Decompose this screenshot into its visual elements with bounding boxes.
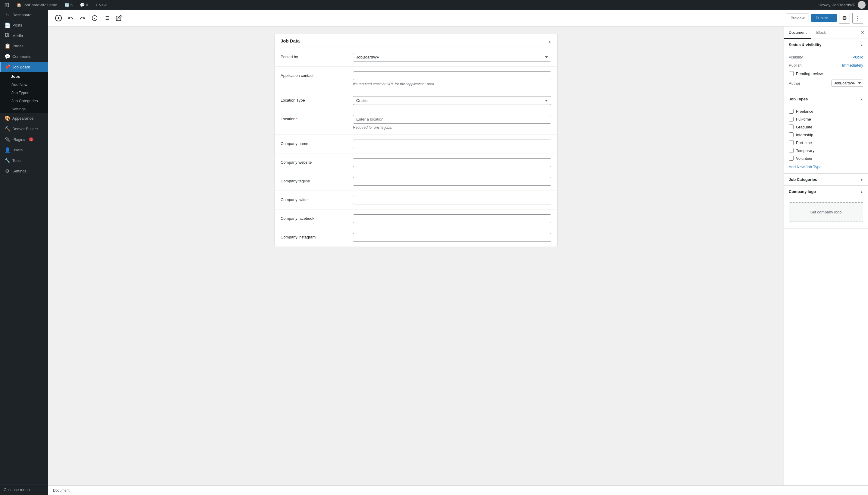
company-instagram-row: Company instagram (275, 228, 557, 246)
status-visibility-chevron (860, 42, 863, 47)
job-data-header[interactable]: Job Data (275, 34, 557, 48)
company-twitter-input[interactable] (353, 195, 551, 204)
updates-item[interactable]: 🔄 6 (63, 0, 74, 10)
plugins-badge: 1 (29, 137, 34, 141)
new-item[interactable]: + New (93, 0, 108, 10)
avatar[interactable] (858, 1, 866, 9)
sidebar-item-plugins[interactable]: 🔌 Plugins 1 (0, 134, 48, 145)
comments-item[interactable]: 💬 0 (78, 0, 90, 10)
posted-by-row: Posted by JobBoardWP (275, 48, 557, 67)
job-type-internship-checkbox[interactable] (789, 132, 794, 137)
company-logo-header[interactable]: Company logo (784, 186, 868, 198)
set-company-logo-button[interactable]: Set company logo (789, 202, 863, 222)
sidebar-item-posts[interactable]: 📄 Posts (0, 20, 48, 31)
add-new-job-type-link[interactable]: Add New Job Type (789, 162, 863, 169)
company-website-input[interactable] (353, 158, 551, 167)
company-instagram-input[interactable] (353, 233, 551, 242)
job-type-volunteer-label[interactable]: Volunteer (796, 156, 813, 161)
company-name-input[interactable] (353, 140, 551, 148)
application-contact-input[interactable] (353, 71, 551, 80)
job-type-graduate-label[interactable]: Graduate (796, 125, 812, 129)
company-facebook-input[interactable] (353, 214, 551, 223)
sidebar-item-users[interactable]: 👤 Users (0, 145, 48, 155)
job-type-temporary-checkbox[interactable] (789, 148, 794, 153)
location-type-select[interactable]: Onsite Remote Hybrid (353, 96, 551, 105)
tab-document[interactable]: Document (784, 27, 811, 39)
list-view-button[interactable] (101, 13, 112, 23)
job-data-title: Job Data (281, 38, 299, 44)
company-facebook-control (353, 214, 551, 223)
sidebar-submenu-jobs[interactable]: Jobs (0, 72, 48, 81)
job-type-parttime-checkbox[interactable] (789, 140, 794, 145)
job-type-freelance-checkbox[interactable] (789, 109, 794, 114)
publish-button[interactable]: Publish… (811, 14, 837, 22)
author-select[interactable]: JobBoardWP (832, 80, 863, 87)
posted-by-control: JobBoardWP (353, 53, 551, 62)
pending-review-checkbox[interactable] (789, 71, 794, 76)
company-twitter-label: Company twitter (281, 195, 347, 202)
job-type-internship-label[interactable]: Internship (796, 133, 813, 137)
sidebar-submenu-add-new[interactable]: Add New (0, 81, 48, 89)
job-categories-header[interactable]: Job Categories (784, 174, 868, 185)
company-tagline-row: Company tagline (275, 172, 557, 191)
job-type-volunteer-checkbox[interactable] (789, 156, 794, 161)
visibility-value[interactable]: Public (853, 55, 863, 59)
job-type-graduate-checkbox[interactable] (789, 124, 794, 129)
right-panel-close-button[interactable]: × (857, 27, 868, 38)
company-tagline-control (353, 177, 551, 186)
job-types-header[interactable]: Job Types (784, 93, 868, 105)
site-name[interactable]: 🏠 JobBoardWP Demo (15, 0, 59, 10)
collapse-menu[interactable]: Collapse menu (0, 484, 48, 495)
edit-button[interactable] (113, 13, 124, 23)
company-tagline-input[interactable] (353, 177, 551, 186)
toolbar-right: Preview Publish… ⚙ ⋮ (786, 13, 863, 23)
sidebar-item-media[interactable]: 🖼 Media (0, 31, 48, 41)
status-bar-label: Document (53, 488, 70, 493)
sidebar-item-tools[interactable]: 🔧 Tools (0, 155, 48, 166)
sidebar-submenu-job-types[interactable]: Job Types (0, 89, 48, 97)
right-panel: Document Block × Status & visibility Vis… (784, 27, 868, 485)
sidebar-submenu-job-categories[interactable]: Job Categories (0, 97, 48, 105)
redo-button[interactable] (77, 13, 88, 23)
posted-by-select[interactable]: JobBoardWP (353, 53, 551, 62)
visibility-label: Visibility (789, 55, 803, 59)
publish-value[interactable]: Immediately (842, 63, 863, 68)
pending-review-label[interactable]: Pending review (796, 71, 823, 76)
more-options-button[interactable]: ⋮ (852, 13, 863, 23)
location-control: Required for onsite jobs. (353, 115, 551, 130)
list-item: Volunteer (789, 154, 863, 162)
add-block-button[interactable] (53, 13, 64, 23)
sidebar-item-job-board[interactable]: 📌 Job Board (0, 62, 48, 72)
job-type-fulltime-label[interactable]: Full-time (796, 117, 811, 121)
sidebar-item-dashboard[interactable]: ⌂ Dashboard (0, 10, 48, 20)
job-type-temporary-label[interactable]: Temporary (796, 148, 814, 153)
preview-button[interactable]: Preview (786, 14, 809, 22)
sidebar-item-pages[interactable]: 📋 Pages (0, 41, 48, 51)
job-type-fulltime-checkbox[interactable] (789, 117, 794, 121)
settings-button[interactable]: ⚙ (839, 13, 850, 23)
sidebar-item-comments[interactable]: 💬 Comments (0, 51, 48, 62)
location-type-label: Location Type (281, 96, 347, 102)
company-logo-section: Company logo Set company logo (784, 186, 868, 229)
undo-button[interactable] (65, 13, 76, 23)
company-tagline-label: Company tagline (281, 177, 347, 183)
plugins-icon: 🔌 (4, 137, 10, 142)
wp-logo[interactable]: ⊞ (2, 0, 11, 10)
location-input[interactable] (353, 115, 551, 124)
info-button[interactable] (89, 13, 100, 23)
sidebar-item-beaver-builder[interactable]: 🔨 Beaver Builder (0, 124, 48, 134)
sidebar: ⌂ Dashboard 📄 Posts 🖼 Media 📋 Pages 💬 Co… (0, 10, 48, 495)
company-twitter-row: Company twitter (275, 191, 557, 209)
pages-icon: 📋 (4, 43, 10, 49)
job-type-freelance-label[interactable]: Freelance (796, 109, 813, 114)
company-name-label: Company name (281, 140, 347, 146)
sidebar-item-appearance[interactable]: 🎨 Appearance (0, 113, 48, 124)
dashboard-icon: ⌂ (4, 12, 10, 17)
sidebar-submenu-settings[interactable]: Settings (0, 105, 48, 113)
tab-block[interactable]: Block (811, 27, 831, 39)
sidebar-item-settings[interactable]: ⚙ Settings (0, 166, 48, 176)
posted-by-label: Posted by (281, 53, 347, 59)
job-type-parttime-label[interactable]: Part-time (796, 140, 812, 145)
status-visibility-header[interactable]: Status & visibility (784, 39, 868, 51)
sidebar-item-label: Dashboard (12, 13, 32, 17)
